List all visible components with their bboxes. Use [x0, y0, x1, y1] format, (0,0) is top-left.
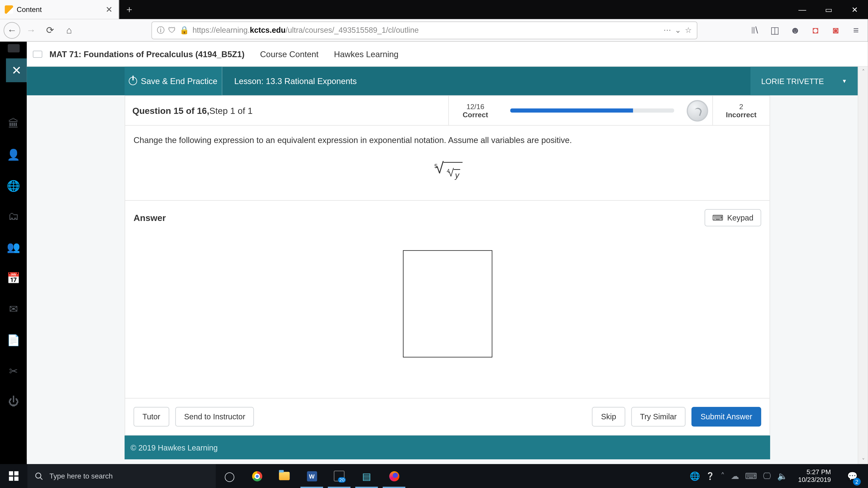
- page-actions-icon[interactable]: ⋯: [663, 26, 671, 35]
- task-view-button[interactable]: ◯: [216, 464, 243, 488]
- profile-icon[interactable]: ☻: [787, 22, 804, 38]
- vertical-scrollbar[interactable]: ˄ ˅: [858, 67, 868, 466]
- organizations-icon[interactable]: 👥: [7, 240, 20, 254]
- nav-back-button[interactable]: ←: [4, 22, 20, 38]
- tutor-button[interactable]: Tutor: [133, 407, 169, 427]
- tray-volume-icon[interactable]: 🔈: [777, 471, 787, 481]
- window-controls: ― ▭ ✕: [789, 0, 868, 19]
- activity-icon[interactable]: 🌐: [7, 180, 20, 193]
- search-icon: [35, 471, 43, 481]
- action-center-button[interactable]: 💬 2: [842, 464, 863, 488]
- try-similar-button[interactable]: Try Similar: [631, 407, 686, 427]
- svg-line-1: [40, 477, 42, 480]
- question-prompt: Change the following expression to an eq…: [133, 135, 761, 145]
- window-minimize-icon[interactable]: ―: [789, 5, 815, 14]
- taskbar-clock[interactable]: 5:27 PM 10/23/2019: [794, 468, 836, 484]
- profile-nav-icon[interactable]: 👤: [7, 149, 20, 162]
- keypad-button[interactable]: ⌨ Keypad: [705, 209, 761, 226]
- lock-icon: 🔒: [180, 26, 189, 35]
- save-end-practice-button[interactable]: Save & End Practice: [125, 67, 222, 95]
- taskbar-search[interactable]: Type here to search: [27, 464, 216, 488]
- answer-input[interactable]: [403, 250, 492, 358]
- tray-onedrive-icon[interactable]: ☁: [731, 471, 739, 481]
- action-bar: Tutor Send to Instructor Skip Try Simila…: [125, 398, 770, 435]
- tab-close-icon[interactable]: ✕: [104, 5, 114, 14]
- tray-input-icon[interactable]: ⌨: [745, 471, 757, 481]
- submit-answer-button[interactable]: Submit Answer: [692, 407, 761, 427]
- start-button[interactable]: [0, 464, 27, 488]
- user-menu[interactable]: LORIE TRIVETTE ▼: [750, 67, 858, 95]
- tray-network-icon[interactable]: 🖵: [763, 471, 771, 481]
- breadcrumb-hawkes[interactable]: Hawkes Learning: [334, 49, 399, 59]
- tray-help-icon[interactable]: ❔: [706, 472, 715, 480]
- app-menu-icon[interactable]: ≡: [848, 22, 864, 38]
- rail-logo[interactable]: [7, 44, 20, 53]
- address-bar[interactable]: ⓘ 🛡 🔒 https://elearning.kctcs.edu/ultra/…: [151, 21, 698, 39]
- institution-icon[interactable]: 🏛: [8, 118, 19, 130]
- tools-icon[interactable]: ✂: [9, 365, 18, 378]
- lesson-title: Lesson: 13.3 Rational Exponents: [222, 76, 369, 86]
- user-name: LORIE TRIVETTE: [761, 76, 824, 86]
- hawkes-footer: © 2019 Hawkes Learning: [125, 435, 770, 459]
- course-name: MAT 71: Foundations of Precalculus (4194…: [50, 49, 245, 59]
- course-breadcrumb-bar: MAT 71: Foundations of Precalculus (4194…: [27, 42, 868, 67]
- tab-title: Content: [17, 5, 104, 14]
- tab-favicon: [5, 5, 13, 14]
- browser-tabstrip: Content ✕ ＋ ― ▭ ✕: [0, 0, 868, 19]
- question-panel: Question 15 of 16, Step 1 of 1 12/16 Cor…: [125, 95, 770, 435]
- nav-reload-button[interactable]: ⟳: [42, 22, 59, 38]
- url-text: https://elearning.kctcs.edu/ultra/course…: [193, 26, 660, 35]
- answer-heading: Answer: [133, 213, 166, 223]
- bookmark-star-icon[interactable]: ☆: [685, 26, 692, 35]
- ext-icon-1[interactable]: ◘: [807, 22, 824, 38]
- signout-icon[interactable]: ⏻: [8, 396, 19, 408]
- courses-icon[interactable]: 🗂: [8, 210, 19, 223]
- send-instructor-button[interactable]: Send to Instructor: [175, 407, 254, 427]
- save-end-label: Save & End Practice: [141, 76, 217, 86]
- new-tab-button[interactable]: ＋: [119, 0, 140, 19]
- sidebar-icon[interactable]: ◫: [767, 22, 783, 38]
- system-tray: 🌐 ❔ ˄ ☁ ⌨ 🖵 🔈 5:27 PM 10/23/2019 💬 2: [690, 464, 868, 488]
- taskbar-app-explorer[interactable]: [271, 464, 298, 488]
- close-panel-x[interactable]: ✕: [6, 58, 27, 82]
- correct-counter: 12/16 Correct: [448, 96, 502, 125]
- messages-icon[interactable]: ✉: [9, 303, 18, 316]
- ext-icon-2[interactable]: ◙: [827, 22, 844, 38]
- nav-home-button[interactable]: ⌂: [61, 22, 78, 38]
- browser-toolbar: ← → ⟳ ⌂ ⓘ 🛡 🔒 https://elearning.kctcs.ed…: [0, 19, 868, 41]
- tray-chevron-up-icon[interactable]: ˄: [721, 471, 725, 481]
- search-placeholder: Type here to search: [50, 472, 113, 480]
- scroll-up-icon[interactable]: ˄: [858, 67, 868, 77]
- incorrect-counter: 2 Incorrect: [712, 96, 770, 125]
- taskbar-app-chrome[interactable]: [243, 464, 271, 488]
- notification-badge: 2: [853, 478, 861, 486]
- window-close-icon[interactable]: ✕: [842, 5, 868, 14]
- skip-button[interactable]: Skip: [592, 407, 625, 427]
- calendar-icon[interactable]: 📅: [7, 271, 20, 285]
- tray-weather-icon[interactable]: 🌐: [690, 471, 700, 481]
- math-expression: 5 √ 4 √ y: [133, 160, 761, 176]
- progress-fill: [510, 108, 633, 112]
- taskbar-app-firefox[interactable]: [380, 464, 408, 488]
- chevron-down-icon: ▼: [842, 78, 847, 84]
- power-icon: [129, 77, 137, 85]
- grades-icon[interactable]: 📄: [7, 334, 20, 347]
- taskbar-app-word[interactable]: W: [298, 464, 326, 488]
- library-icon[interactable]: ⫴\: [746, 22, 763, 38]
- keypad-icon: ⌨: [712, 213, 723, 222]
- browser-tab-active[interactable]: Content ✕: [0, 0, 119, 19]
- tracking-shield-icon[interactable]: 🛡: [168, 26, 176, 35]
- question-position: Question 15 of 16, Step 1 of 1: [125, 96, 448, 125]
- hawkes-top-bar: Save & End Practice Lesson: 13.3 Rationa…: [27, 67, 858, 95]
- progress-bar: [502, 96, 682, 125]
- nav-forward-button[interactable]: →: [23, 22, 39, 38]
- course-card-icon: [33, 51, 42, 58]
- windows-taskbar: Type here to search ◯ W ▤ 🌐 ❔ ˄ ☁ ⌨ 🖵 🔈 …: [0, 464, 868, 488]
- window-restore-icon[interactable]: ▭: [815, 5, 842, 14]
- breadcrumb-course-content[interactable]: Course Content: [260, 49, 318, 59]
- site-info-icon[interactable]: ⓘ: [157, 25, 164, 35]
- taskbar-app-hawkes[interactable]: ▤: [353, 464, 380, 488]
- pocket-icon[interactable]: ⌄: [675, 26, 681, 35]
- taskbar-app-graphing[interactable]: [326, 464, 353, 488]
- blackboard-nav-rail: ✕ 🏛 👤 🌐 🗂 👥 📅 ✉ 📄 ✂ ⏻: [0, 42, 27, 466]
